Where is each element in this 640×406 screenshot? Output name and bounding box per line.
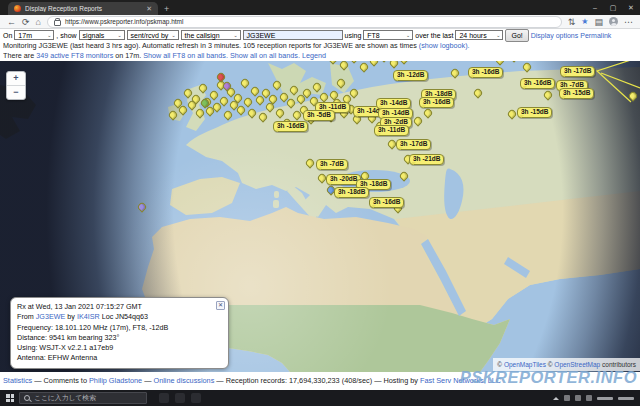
windows-taskbar: ここに入力して検索 xyxy=(0,390,640,406)
back-icon[interactable]: ← xyxy=(7,17,16,27)
text-link[interactable]: JG3EWE xyxy=(36,312,66,321)
monitors-status-line: There are 349 active FT8 monitors on 17m… xyxy=(3,51,637,60)
over-label: over the last xyxy=(415,32,453,39)
report-time-snr-label[interactable]: 3h -16dB xyxy=(419,97,454,108)
taskbar-search-placeholder: ここに入力して検索 xyxy=(34,393,96,403)
address-bar[interactable]: https://www.pskreporter.info/pskmap.html xyxy=(47,16,562,28)
new-tab-button[interactable]: + xyxy=(164,4,169,14)
tray-chevron-icon xyxy=(553,394,559,400)
screen: Display Reception Reports ✕ + – ▢ ✕ ← ⟳ … xyxy=(0,0,640,406)
taskbar-app-icons[interactable] xyxy=(159,393,201,403)
mode-select[interactable]: FT8⌄ xyxy=(363,30,413,40)
more-menu-icon[interactable]: ⋯ xyxy=(624,17,633,27)
chevron-down-icon: ⌄ xyxy=(171,32,175,38)
report-time-snr-label[interactable]: 3h -21dB xyxy=(409,154,444,165)
permalink-link[interactable]: Permalink xyxy=(580,32,611,39)
lock-icon xyxy=(54,20,61,26)
reception-info-popup: ✕ Rx at Wed, 13 Jan 2021 07:15:27 GMT Fr… xyxy=(10,297,229,369)
start-button[interactable] xyxy=(6,394,14,402)
zoom-in-button[interactable]: + xyxy=(7,72,25,86)
text-link[interactable]: OpenMapTiles xyxy=(504,361,546,368)
navbar-right-icons: ⇅ ★ ▤ ⋯ xyxy=(568,17,633,27)
report-time-snr-label[interactable]: 3h -15dB xyxy=(559,88,594,99)
on-label: On xyxy=(3,32,12,39)
callsign-input[interactable]: JG3EWE xyxy=(243,30,343,40)
popup-rx-time: Rx at Wed, 13 Jan 2021 07:15:27 GMT xyxy=(17,302,222,312)
popup-frequency: Frequency: 18.101.120 MHz (17m), FT8, -1… xyxy=(17,323,222,333)
favicon-icon xyxy=(14,5,21,12)
search-icon xyxy=(24,395,30,401)
refresh-icon[interactable]: ⟳ xyxy=(22,17,30,27)
popup-antenna: Antenna: EFHW Antenna xyxy=(17,353,222,363)
home-icon[interactable]: ⌂ xyxy=(36,17,41,27)
text-link[interactable]: Statistics xyxy=(3,376,32,385)
text-link[interactable]: Online discussions xyxy=(153,376,214,385)
window-controls: – ▢ ✕ xyxy=(586,0,640,15)
chevron-down-icon: ⌄ xyxy=(496,32,500,38)
popup-distance: Distance: 9541 km bearing 323° xyxy=(17,333,222,343)
what-select[interactable]: signals⌄ xyxy=(79,30,125,40)
report-time-snr-label[interactable]: 3h -16dB xyxy=(273,121,308,132)
popup-close-icon[interactable]: ✕ xyxy=(216,301,225,310)
display-options-link[interactable]: Display options xyxy=(531,32,578,39)
text-link[interactable]: 349 active FT8 monitors xyxy=(36,51,113,60)
report-time-snr-label[interactable]: 3h -15dB xyxy=(517,107,552,118)
minimize-icon[interactable]: – xyxy=(586,0,604,15)
text-link[interactable]: Fast Serv Networks, LLC xyxy=(420,376,501,385)
taskbar-search-box[interactable]: ここに入力して検索 xyxy=(19,392,147,404)
report-time-snr-label[interactable]: 3h -11dB xyxy=(374,125,409,136)
text-link[interactable]: IK4ISR xyxy=(77,312,100,321)
browser-tab[interactable]: Display Reception Reports ✕ xyxy=(8,2,158,15)
monitoring-status-line: Monitoring JG3EWE (last heard 3 hrs ago)… xyxy=(3,41,637,50)
direction-select[interactable]: sent/rcvd by⌄ xyxy=(127,30,179,40)
chevron-down-icon: ⌄ xyxy=(47,32,51,38)
report-time-snr-label[interactable]: 3h -16dB xyxy=(468,67,503,78)
page-footer: Statistics — Comments to Philip Gladston… xyxy=(0,372,640,390)
using-label: using xyxy=(345,32,362,39)
report-time-snr-label[interactable]: 3h -18dB xyxy=(334,187,369,198)
updown-icon[interactable]: ⇅ xyxy=(568,17,576,27)
browser-titlebar: Display Reception Reports ✕ + – ▢ ✕ xyxy=(0,0,640,15)
text-link[interactable]: OpenStreetMap xyxy=(554,361,600,368)
map-attribution: © OpenMapTiles © OpenStreetMap contribut… xyxy=(493,358,640,371)
target-select[interactable]: the callsign⌄ xyxy=(181,30,241,40)
report-time-snr-label[interactable]: 3h -5dB xyxy=(303,110,335,121)
reception-map[interactable]: 3h -12dB3h -16dB3h -17dB3h -16dB3h -7dB3… xyxy=(0,61,640,372)
url-text: https://www.pskreporter.info/pskmap.html xyxy=(65,18,184,25)
text-link[interactable]: (show logbook). xyxy=(419,41,470,50)
favorites-star-icon[interactable]: ★ xyxy=(581,17,588,26)
popup-from-by: From JG3EWE by IK4ISR Loc JN54qq63 xyxy=(17,312,222,322)
report-time-snr-label[interactable]: 3h -12dB xyxy=(393,70,428,81)
maximize-icon[interactable]: ▢ xyxy=(604,0,622,15)
text-link[interactable]: Legend xyxy=(302,51,326,60)
report-time-snr-label[interactable]: 3h -16dB xyxy=(520,78,555,89)
show-label: , show xyxy=(56,32,76,39)
go-button[interactable]: Go! xyxy=(505,29,528,42)
chevron-down-icon: ⌄ xyxy=(406,32,410,38)
tab-title: Display Reception Reports xyxy=(25,5,142,12)
close-icon[interactable]: ✕ xyxy=(622,0,640,15)
tab-close-icon[interactable]: ✕ xyxy=(146,5,152,13)
query-controls: On 17m⌄ , show signals⌄ sent/rcvd by⌄ th… xyxy=(0,29,640,41)
text-link[interactable]: Philip Gladstone xyxy=(89,376,142,385)
chevron-down-icon: ⌄ xyxy=(233,32,237,38)
report-time-snr-label[interactable]: 3h -17dB xyxy=(396,139,431,150)
chevron-down-icon: ⌄ xyxy=(117,32,121,38)
report-time-snr-label[interactable]: 3h -17dB xyxy=(560,66,595,77)
report-time-snr-label[interactable]: 3h -16dB xyxy=(369,197,404,208)
band-select[interactable]: 17m⌄ xyxy=(14,30,54,40)
text-link[interactable]: Show all on all bands. xyxy=(230,51,300,60)
browser-navbar: ← ⟳ ⌂ https://www.pskreporter.info/pskma… xyxy=(0,15,640,29)
profile-avatar[interactable] xyxy=(609,17,618,26)
zoom-out-button[interactable]: − xyxy=(7,86,25,99)
system-tray[interactable] xyxy=(553,395,640,401)
collections-icon[interactable]: ▤ xyxy=(594,17,603,27)
popup-software: Using: WSJT-X v2.2.1 a17eb9 xyxy=(17,343,222,353)
text-link[interactable]: Show all FT8 on all bands. xyxy=(143,51,228,60)
map-zoom-control: + − xyxy=(6,71,26,100)
report-time-snr-label[interactable]: 3h -7dB xyxy=(316,159,348,170)
period-select[interactable]: 24 hours⌄ xyxy=(455,30,503,40)
